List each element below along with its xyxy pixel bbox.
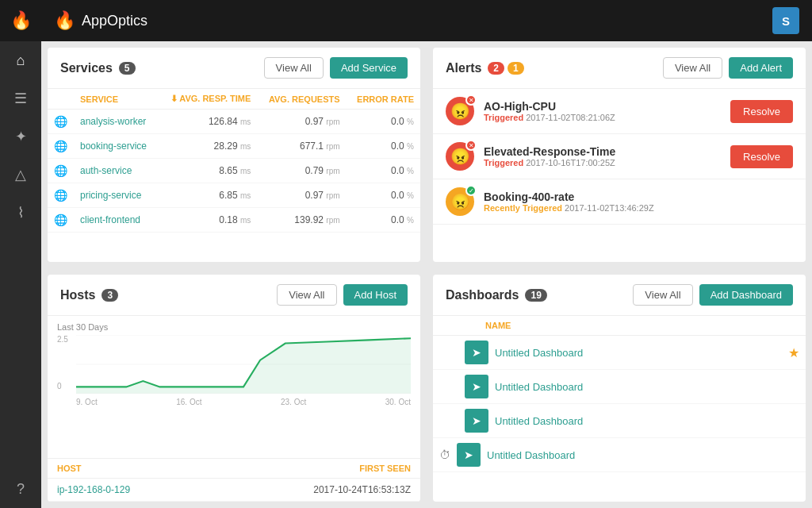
hosts-add-button[interactable]: Add Host [343,284,408,306]
service-avg-resp: 0.18 ms [158,208,257,233]
table-row: 🌐 booking-service 28.29 ms 677.1 rpm 0.0… [48,134,420,159]
service-globe-icon: 🌐 [48,183,74,208]
services-view-all-button[interactable]: View All [264,57,324,79]
service-avg-req: 139.92 rpm [257,208,346,233]
host-first-seen: 2017-10-24T16:53:13Z [313,484,411,495]
alert-item: 😠 ✕ AO-High-CPU Triggered 2017-11-02T08:… [433,89,806,134]
chart-x-labels: 9. Oct 16. Oct 23. Oct 30. Oct [76,398,411,406]
sidebar-item-alerts[interactable]: △ [0,156,41,194]
main-content: 🔥 AppOptics S Services 5 View All Add Se… [41,0,812,508]
table-row: 🌐 pricing-service 6.85 ms 0.97 rpm 0.0 % [48,183,420,208]
alert-name: AO-High-CPU [484,100,721,113]
alert-status: Triggered 2017-10-16T17:00:25Z [484,158,721,167]
chart-x-4: 30. Oct [385,398,411,406]
services-count-badge: 5 [119,62,136,75]
alert-severity-badge: ✓ [465,185,477,196]
alert-name: Elevated-Response-Time [484,145,721,158]
alerts-count-red: 2 [488,62,504,75]
services-col-avg-resp[interactable]: ⬇ AVG. RESP. TIME [158,89,257,110]
user-avatar[interactable]: S [772,7,799,34]
service-globe-icon: 🌐 [48,134,74,159]
dashboards-view-all-button[interactable]: View All [633,284,692,306]
service-globe-icon: 🌐 [48,208,74,233]
services-actions: View All Add Service [264,57,408,79]
sidebar-logo: 🔥 [0,0,41,41]
sidebar-item-menu[interactable]: ☰ [0,79,41,117]
service-name[interactable]: pricing-service [74,183,158,208]
hosts-chart-svg [76,335,411,394]
service-avg-resp: 28.29 ms [158,134,257,159]
hosts-view-all-button[interactable]: View All [277,284,336,306]
alerts-add-button[interactable]: Add Alert [729,57,793,79]
alerts-list: 😠 ✕ AO-High-CPU Triggered 2017-11-02T08:… [433,89,806,225]
dashboard-name[interactable]: Untitled Dashboard [495,381,774,393]
services-panel-header: Services 5 View All Add Service [48,48,420,89]
alert-face-icon: 😠 ✕ [446,97,474,125]
hosts-rows: ip-192-168-0-129 2017-10-24T16:53:13Z [48,479,420,502]
dashboards-count-badge: 19 [525,289,546,302]
dashboard-arrow-icon: ➤ [472,414,481,427]
svg-marker-3 [76,338,411,394]
chart-x-2: 16. Oct [176,398,201,406]
dashboard-arrow-icon: ➤ [472,380,481,393]
alerts-panel-header: Alerts 2 1 View All Add Alert [433,48,806,89]
service-avg-resp: 6.85 ms [158,183,257,208]
sidebar: 🔥 ⌂ ☰ ✦ △ ⌇ ? [0,0,41,508]
hosts-chart-area: Last 30 Days 2.5 0 [48,316,420,458]
service-name[interactable]: auth-service [74,159,158,183]
table-row: 🌐 client-frontend 0.18 ms 139.92 rpm 0.0… [48,208,420,233]
dashboards-col-name: NAME [485,321,511,330]
alert-info: AO-High-CPU Triggered 2017-11-02T08:21:0… [484,100,721,122]
table-row: 🌐 auth-service 8.65 ms 0.79 rpm 0.0 % [48,159,420,183]
dashboards-panel: Dashboards 19 View All Add Dashboard NAM… [433,275,806,502]
chart-x-1: 9. Oct [76,398,98,406]
list-item: ➤ Untitled Dashboard [433,370,806,404]
service-avg-req: 677.1 rpm [257,134,346,159]
sidebar-item-integrations[interactable]: ✦ [0,117,41,156]
hosts-table-header: HOST FIRST SEEN [48,458,420,479]
content-grid: Services 5 View All Add Service SERVICE [41,41,812,508]
service-name[interactable]: booking-service [74,134,158,159]
alerts-view-all-button[interactable]: View All [663,57,722,79]
dashboard-name[interactable]: Untitled Dashboard [495,415,774,427]
service-error-rate: 0.0 % [347,134,420,159]
table-row: 🌐 analysis-worker 126.84 ms 0.97 rpm 0.0… [48,110,420,134]
alert-resolve-button[interactable]: Resolve [730,145,793,168]
dashboard-icon-box: ➤ [457,443,481,467]
services-add-button[interactable]: Add Service [330,57,408,79]
list-item: ⏱ ➤ Untitled Dashboard [433,438,806,472]
service-name[interactable]: client-frontend [74,208,158,233]
sidebar-item-metrics[interactable]: ⌇ [0,194,41,232]
alert-item: 😠 ✕ Elevated-Response-Time Triggered 201… [433,134,806,179]
dashboards-add-button[interactable]: Add Dashboard [699,284,793,306]
dashboard-arrow-icon: ➤ [472,346,481,359]
services-table: SERVICE ⬇ AVG. RESP. TIME AVG. REQUESTS … [48,89,420,233]
dashboard-star-icon[interactable]: ★ [788,345,799,360]
service-avg-req: 0.97 rpm [257,110,346,134]
service-error-rate: 0.0 % [347,110,420,134]
hosts-panel: Hosts 3 View All Add Host Last 30 Days 2… [48,275,420,502]
services-col-service: SERVICE [74,89,158,110]
alert-resolve-button[interactable]: Resolve [730,100,793,123]
alerts-count-orange: 1 [508,62,524,75]
sidebar-item-home[interactable]: ⌂ [0,41,41,79]
alert-severity-badge: ✕ [465,140,477,151]
alert-severity-badge: ✕ [465,94,477,106]
hosts-col-host: HOST [57,464,82,473]
alerts-panel: Alerts 2 1 View All Add Alert 😠 ✕ AO-Hig… [433,48,806,262]
service-avg-resp: 8.65 ms [158,159,257,183]
service-globe-icon: 🌐 [48,159,74,183]
chart-y-labels: 2.5 0 [57,335,68,391]
app-title: AppOptics [82,13,772,29]
list-item: ➤ Untitled Dashboard [433,404,806,438]
host-name[interactable]: ip-192-168-0-129 [57,484,130,495]
dashboard-name[interactable]: Untitled Dashboard [487,449,774,461]
dashboard-name[interactable]: Untitled Dashboard [495,347,782,359]
service-name[interactable]: analysis-worker [74,110,158,134]
chart-y-bottom: 0 [57,382,68,391]
app-logo-icon: 🔥 [54,10,75,31]
alert-status: Triggered 2017-11-02T08:21:06Z [484,113,721,122]
alert-info: Booking-400-rate Recently Triggered 2017… [484,190,793,213]
sidebar-item-help[interactable]: ? [0,470,41,508]
hosts-col-first-seen: FIRST SEEN [359,464,411,473]
